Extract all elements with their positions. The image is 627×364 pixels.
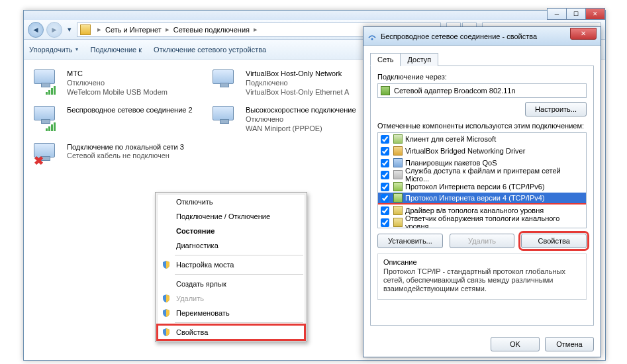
context-menu-item[interactable]: Диагностика <box>158 238 305 253</box>
connection-item[interactable]: Высокоскоростное подключениеОтключеноWAN… <box>209 103 375 136</box>
connection-name: Беспроводное сетевое соединение 2 <box>67 106 193 115</box>
component-icon <box>393 170 403 179</box>
context-menu-label: Диагностика <box>176 242 218 250</box>
connection-device: WeTelcom Mobile USB Modem <box>67 88 168 97</box>
uninstall-button[interactable]: Удалить <box>450 234 515 248</box>
minimize-button[interactable]: ─ <box>547 8 567 20</box>
tab-access[interactable]: Доступ <box>400 53 438 66</box>
breadcrumb-item[interactable]: Сеть и Интернет <box>104 26 163 34</box>
component-label: Ответчик обнаружения топологии канальног… <box>405 214 583 228</box>
component-item[interactable]: Служба доступа к файлам и принтерам сете… <box>378 169 586 181</box>
component-checkbox[interactable] <box>381 206 389 215</box>
connection-status: Отключено <box>67 79 168 88</box>
forward-button[interactable]: ► <box>46 22 62 38</box>
maximize-button[interactable]: ☐ <box>566 8 586 20</box>
component-label: VirtualBox Bridged Networking Driver <box>405 147 525 155</box>
connection-item[interactable]: Беспроводное сетевое соединение 2 <box>30 103 196 136</box>
connection-item[interactable]: МТСОтключеноWeTelcom Mobile USB Modem <box>30 66 196 100</box>
component-label: Служба доступа к файлам и принтерам сете… <box>405 167 583 183</box>
component-icon <box>393 193 403 203</box>
component-checkbox[interactable] <box>381 159 389 167</box>
description-title: Описание <box>383 258 581 266</box>
context-menu-label: Свойства <box>176 328 208 336</box>
properties-dialog: Беспроводное сетевое соединение - свойст… <box>363 26 601 357</box>
description-box: Описание Протокол TCP/IP - стандартный п… <box>377 253 587 300</box>
adapter-name: Сетевой адаптер Broadcom 802.11n <box>394 87 516 95</box>
connection-icon: ✖ <box>34 143 62 168</box>
connection-status: Отключено <box>246 115 356 124</box>
component-checkbox[interactable] <box>381 218 389 227</box>
folder-icon <box>80 24 91 35</box>
svg-point-0 <box>371 38 373 40</box>
connection-status: Подключено <box>246 79 349 88</box>
configure-button[interactable]: Настроить... <box>525 102 587 116</box>
context-menu-item[interactable]: Отключить <box>158 195 305 209</box>
component-label: Протокол Интернета версии 4 (TCP/IPv4) <box>405 194 545 202</box>
component-checkbox[interactable] <box>381 194 389 203</box>
context-menu-item[interactable]: Создать ярлык <box>158 277 305 291</box>
context-menu-label: Настройка моста <box>176 261 234 269</box>
context-menu-item[interactable]: Состояние <box>158 224 305 238</box>
shield-icon <box>162 328 171 337</box>
dialog-title: Беспроводное сетевое соединение - свойст… <box>381 32 537 40</box>
component-checkbox[interactable] <box>381 183 389 191</box>
error-icon: ✖ <box>34 154 44 168</box>
context-menu-item[interactable]: Настройка моста <box>158 257 305 272</box>
connection-name: VirtualBox Host-Only Network <box>246 69 349 79</box>
connection-device: WAN Miniport (PPPOE) <box>246 124 356 134</box>
tab-network[interactable]: Сеть <box>370 53 401 66</box>
signal-icon <box>46 122 56 131</box>
nav-history-dropdown[interactable]: ▾ <box>65 23 74 37</box>
connection-icon <box>34 106 62 131</box>
context-menu-label: Переименовать <box>176 309 230 317</box>
connection-icon <box>213 69 240 95</box>
components-list[interactable]: Клиент для сетей MicrosoftVirtualBox Bri… <box>377 132 587 228</box>
context-menu-label: Подключение / Отключение <box>176 212 270 220</box>
component-checkbox[interactable] <box>381 171 389 179</box>
component-icon <box>393 218 403 227</box>
context-menu-item[interactable]: Подключение / Отключение <box>158 209 305 224</box>
close-button[interactable]: ✕ <box>585 8 605 20</box>
component-item[interactable]: VirtualBox Bridged Networking Driver <box>378 145 586 157</box>
connection-device: VirtualBox Host-Only Ethernet A <box>246 88 349 97</box>
ok-button[interactable]: OK <box>491 337 540 351</box>
install-button[interactable]: Установить... <box>377 234 443 248</box>
signal-icon <box>46 86 56 95</box>
cancel-button[interactable]: Отмена <box>545 337 594 351</box>
component-checkbox[interactable] <box>381 147 389 156</box>
disable-device-button[interactable]: Отключение сетевого устройства <box>154 46 266 54</box>
breadcrumb-item[interactable]: Сетевые подключения <box>172 26 251 34</box>
connection-name: МТС <box>67 69 168 79</box>
component-icon <box>393 158 403 167</box>
shield-icon <box>162 260 171 269</box>
component-checkbox[interactable] <box>381 135 389 144</box>
context-menu-label: Удалить <box>176 295 204 302</box>
component-icon <box>393 182 403 191</box>
component-item[interactable]: Ответчик обнаружения топологии канальног… <box>378 216 586 228</box>
component-label: Клиент для сетей Microsoft <box>405 135 496 143</box>
connect-via-label: Подключение через: <box>377 73 587 81</box>
connection-item[interactable]: ✖Подключение по локальной сети 3Сетевой … <box>30 140 196 171</box>
component-item[interactable]: Протокол Интернета версии 4 (TCP/IPv4) <box>378 193 586 205</box>
connection-name: Подключение по локальной сети 3 <box>67 143 184 152</box>
shield-icon <box>162 294 171 303</box>
organize-menu[interactable]: Упорядочить <box>29 46 78 54</box>
component-icon <box>393 134 403 144</box>
properties-button[interactable]: Свойства <box>521 234 587 248</box>
context-menu-label: Состояние <box>176 227 215 235</box>
connection-icon <box>213 106 240 131</box>
dialog-close-button[interactable]: ✕ <box>570 28 597 40</box>
context-menu-item[interactable]: Свойства <box>158 325 305 340</box>
component-item[interactable]: Клиент для сетей Microsoft <box>378 133 586 145</box>
back-button[interactable]: ◄ <box>28 22 44 38</box>
context-menu-item[interactable]: Переименовать <box>158 306 305 320</box>
component-label: Планировщик пакетов QoS <box>405 159 497 167</box>
connection-icon <box>34 69 62 95</box>
dialog-titlebar: Беспроводное сетевое соединение - свойст… <box>363 27 601 46</box>
connection-name: Высокоскоростное подключение <box>246 106 356 115</box>
component-label: Драйвер в/в тополога канального уровня <box>405 206 544 214</box>
connect-to-button[interactable]: Подключение к <box>90 46 142 54</box>
explorer-titlebar: ─ ☐ ✕ <box>24 11 605 20</box>
wifi-icon <box>367 32 377 41</box>
connection-item[interactable]: VirtualBox Host-Only NetworkПодключеноVi… <box>209 66 375 100</box>
